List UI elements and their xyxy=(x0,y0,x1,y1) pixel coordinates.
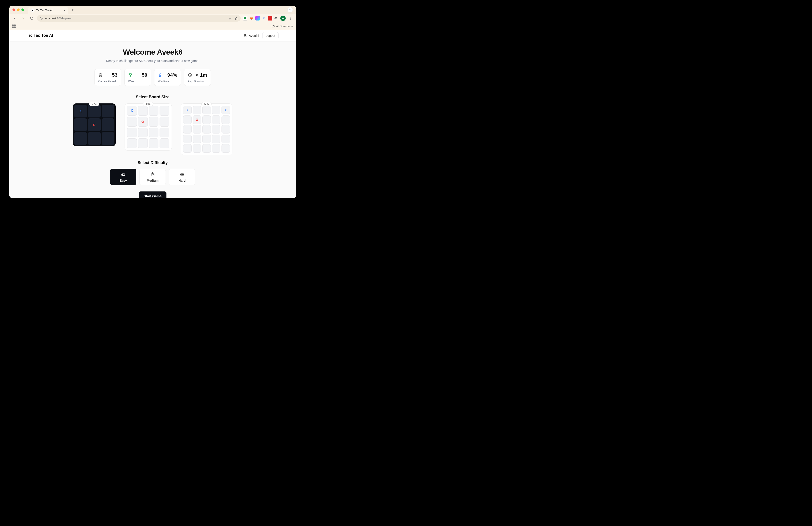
board-cell: X xyxy=(127,106,137,116)
board-cell: O xyxy=(138,117,148,127)
svg-point-5 xyxy=(244,17,246,19)
password-key-icon[interactable] xyxy=(229,16,232,20)
board-cell xyxy=(160,138,169,148)
svg-point-9 xyxy=(244,34,246,35)
board-cell xyxy=(183,144,192,153)
board-cell xyxy=(160,128,169,138)
board-cell xyxy=(102,132,114,145)
difficulty-label: Medium xyxy=(147,179,159,182)
svg-point-3 xyxy=(229,18,230,19)
svg-marker-4 xyxy=(235,17,237,19)
extension-icon[interactable] xyxy=(255,16,260,20)
board-cell xyxy=(183,115,192,124)
difficulty-medium[interactable]: Medium xyxy=(140,169,166,185)
user-chip[interactable]: Aveek6 xyxy=(243,34,259,38)
new-tab-button[interactable]: + xyxy=(70,7,75,13)
divider xyxy=(269,24,269,28)
difficulty-hard[interactable]: Hard xyxy=(169,169,195,185)
brand-title: Tic Tac Toe AI xyxy=(27,33,53,38)
site-info-icon[interactable] xyxy=(40,17,43,20)
svg-point-13 xyxy=(159,73,161,75)
forward-button[interactable] xyxy=(20,15,26,22)
close-tab-icon[interactable]: ✕ xyxy=(63,9,66,12)
board-option-5x5[interactable]: 5×5 X X O xyxy=(181,103,232,155)
board-cell xyxy=(193,106,201,114)
board-badge: 5×5 xyxy=(201,102,212,106)
svg-point-22 xyxy=(153,174,154,175)
extension-icon[interactable] xyxy=(243,16,247,20)
stat-value: < 1m xyxy=(195,72,207,78)
svg-point-21 xyxy=(152,174,152,175)
board-cell xyxy=(221,144,230,153)
back-button[interactable] xyxy=(12,15,18,22)
board-cell xyxy=(202,115,211,124)
board-badge: 3×3 xyxy=(89,102,99,106)
medal-icon xyxy=(158,73,162,77)
board-cell xyxy=(160,117,169,127)
board-cell xyxy=(212,144,220,153)
board-cell xyxy=(183,125,192,133)
difficulty-label: Hard xyxy=(178,179,186,182)
svg-point-12 xyxy=(100,75,101,75)
extensions-puzzle-icon[interactable] xyxy=(274,16,278,20)
extension-icon[interactable]: K xyxy=(262,16,266,20)
tabs-menu-button[interactable] xyxy=(288,7,293,13)
address-bar[interactable]: localhost:3001/game xyxy=(37,15,241,22)
board-cell xyxy=(74,118,87,131)
stat-label: Win Rate xyxy=(158,80,177,83)
kebab-menu-icon[interactable] xyxy=(288,15,294,22)
svg-point-8 xyxy=(290,19,291,19)
svg-point-6 xyxy=(290,17,291,17)
apps-grid-icon[interactable] xyxy=(12,25,16,28)
board-option-3x3[interactable]: 3×3 X O xyxy=(73,103,116,146)
browser-toolbar: localhost:3001/game 🦊 K A xyxy=(9,14,296,23)
difficulty-easy[interactable]: Easy xyxy=(110,169,136,185)
extension-icon[interactable]: 🦊 xyxy=(249,16,253,20)
all-bookmarks-button[interactable]: All Bookmarks xyxy=(272,25,293,28)
board-cell: X xyxy=(74,105,87,117)
target-icon xyxy=(98,73,103,77)
subtitle-text: Ready to challenge our AI? Check your st… xyxy=(34,59,271,62)
board-option-4x4[interactable]: 4×4 X O xyxy=(125,103,172,151)
extensions-tray: 🦊 K A xyxy=(243,15,294,22)
board-cell xyxy=(221,134,230,143)
profile-avatar[interactable]: A xyxy=(280,16,286,21)
stat-wins: 50 Wins xyxy=(124,69,151,86)
clock-icon xyxy=(188,73,192,77)
board-cell xyxy=(88,105,101,117)
maximize-window-icon[interactable] xyxy=(21,9,24,11)
board-cell xyxy=(212,115,220,124)
stat-avg-duration: < 1m Avg. Duration xyxy=(184,69,211,86)
stat-win-rate: 94% Win Rate xyxy=(154,69,181,86)
browser-tab[interactable]: ▲ Tic Tac Toe AI ✕ xyxy=(28,7,68,14)
board-cell xyxy=(127,117,137,127)
robot-icon xyxy=(150,172,155,177)
svg-point-7 xyxy=(290,18,291,18)
board-cell xyxy=(183,134,192,143)
reload-button[interactable] xyxy=(29,15,35,22)
board-cell xyxy=(102,105,114,117)
board-cell xyxy=(74,132,87,145)
stat-value: 94% xyxy=(167,72,177,78)
chip-icon xyxy=(179,172,185,177)
logout-button[interactable]: Logout xyxy=(262,32,278,39)
favicon-icon: ▲ xyxy=(31,9,34,12)
svg-point-19 xyxy=(124,175,125,175)
stats-row: 53 Games Played 50 Wins xyxy=(34,69,271,86)
stat-label: Avg. Duration xyxy=(188,80,207,83)
bookmark-star-icon[interactable] xyxy=(234,16,238,20)
minimize-window-icon[interactable] xyxy=(17,9,19,11)
close-window-icon[interactable] xyxy=(13,9,15,11)
stat-value: 53 xyxy=(112,72,117,78)
board-cell xyxy=(193,125,201,133)
board-cell: X xyxy=(183,106,192,114)
stat-label: Games Played xyxy=(98,80,117,83)
board-cell xyxy=(221,115,230,124)
bookmarks-bar: All Bookmarks xyxy=(9,23,296,30)
board-cell xyxy=(149,138,159,148)
start-game-button[interactable]: Start Game xyxy=(139,191,166,198)
gamepad-icon xyxy=(121,172,126,177)
window-controls xyxy=(13,9,24,11)
extension-icon[interactable] xyxy=(268,16,272,20)
board-cell xyxy=(221,125,230,133)
